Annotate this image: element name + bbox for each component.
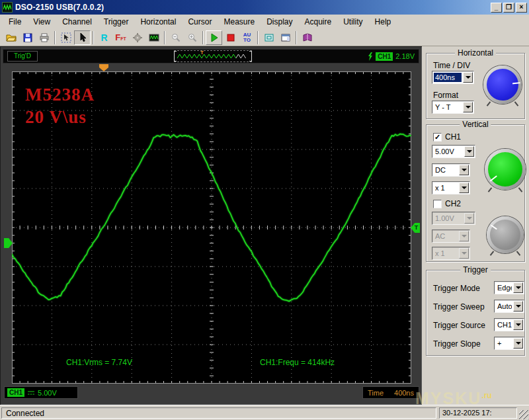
menu-measure[interactable]: Measure <box>218 16 261 28</box>
trigger-source-dropdown-button[interactable] <box>513 319 523 330</box>
waveform-view-button[interactable] <box>145 30 162 45</box>
time-div-value: 400ns <box>434 73 462 82</box>
refresh-r-button[interactable]: R <box>96 30 112 45</box>
horizontal-group-title: Horizontal <box>455 48 496 58</box>
fit-screen-icon <box>264 32 274 43</box>
ch1-probe-dropdown-button[interactable] <box>459 183 469 193</box>
trigger-slope-select[interactable]: + <box>494 337 524 350</box>
chevron-down-icon <box>516 342 521 345</box>
toolbar-separator <box>54 31 56 44</box>
trigger-source-select[interactable]: CH1 <box>494 318 524 331</box>
trigger-sweep-select[interactable]: Auto <box>494 300 524 313</box>
toolbar: R FFT AUTO <box>0 29 529 46</box>
fft-button[interactable]: FFT <box>112 30 129 45</box>
print-button[interactable] <box>36 30 52 45</box>
minimize-button[interactable]: _ <box>491 3 502 13</box>
trigger-sweep-dropdown-button[interactable] <box>513 301 523 312</box>
menu-trigger[interactable]: Trigger <box>98 16 135 28</box>
preview-left-bracket <box>174 51 177 62</box>
menu-channel[interactable]: Channel <box>56 16 98 28</box>
trigger-group: Trigger Trigger Mode Edge Trigger Sweep … <box>426 270 525 356</box>
vertical-group-title: Vertical <box>460 120 491 129</box>
menu-display[interactable]: Display <box>261 16 298 28</box>
close-button[interactable]: × <box>516 3 527 13</box>
trigger-mode-select[interactable]: Edge <box>494 281 524 294</box>
resize-grip[interactable] <box>519 410 528 419</box>
chevron-down-icon <box>462 252 467 255</box>
ch1-coupling-select[interactable]: DC <box>432 163 470 177</box>
acquisition-preview[interactable]: T <box>174 50 252 62</box>
maximize-button[interactable]: ❐ <box>503 3 514 13</box>
zoom-in-button[interactable] <box>184 30 200 45</box>
scope-status-strip: Trig'D T CH1 2.18V <box>3 49 419 63</box>
menu-view[interactable]: View <box>27 16 56 28</box>
ch1-checkbox[interactable]: ✓ <box>433 133 442 142</box>
menu-acquire[interactable]: Acquire <box>299 16 338 28</box>
waveform-plot[interactable]: M5238A 20 V\us CH1:Vrms = 7.74V CH1:Freq… <box>12 71 411 384</box>
format-label: Format <box>433 91 458 100</box>
ch2-checkbox[interactable] <box>433 200 442 208</box>
autoset-button[interactable]: AUTO <box>239 30 255 45</box>
time-div-select[interactable]: 400ns <box>432 71 474 84</box>
play-icon <box>209 32 220 43</box>
open-folder-icon <box>6 32 17 43</box>
timebase-readout: Time 400ns <box>362 386 419 399</box>
trigger-mode-value: Edge <box>496 283 512 292</box>
window-layout-button[interactable] <box>277 30 294 45</box>
chevron-down-icon <box>516 305 521 308</box>
save-icon <box>22 32 33 43</box>
time-div-label: Time / DIV <box>433 61 470 70</box>
toolbar-separator <box>296 31 297 44</box>
app-icon <box>2 2 13 13</box>
ch2-enable-row: CH2 <box>433 199 461 208</box>
trigger-level-value: 2.18V <box>395 52 415 60</box>
horizontal-position-knob[interactable] <box>483 65 522 104</box>
menu-cursor[interactable]: Cursor <box>182 16 218 28</box>
time-div-dropdown-button[interactable] <box>463 72 473 83</box>
format-select[interactable]: Y - T <box>432 101 474 114</box>
menu-utility[interactable]: Utility <box>337 16 368 28</box>
ch1-enable-row: ✓ CH1 <box>433 132 461 142</box>
help-book-icon <box>302 32 313 43</box>
time-value: 400ns <box>394 389 414 397</box>
menu-bar: File View Channel Trigger Horizontal Cur… <box>0 15 529 29</box>
ch1-label: CH1 <box>445 132 461 142</box>
trigger-position-marker[interactable] <box>99 64 108 71</box>
open-button[interactable] <box>3 30 19 45</box>
help-button[interactable] <box>299 30 315 45</box>
ch1-position-knob[interactable] <box>485 149 526 190</box>
annotation-line2: 20 V\us <box>25 107 87 128</box>
control-panel: Horizontal Time / DIV 400ns Format Y - T… <box>422 46 529 405</box>
chevron-down-icon <box>516 323 521 326</box>
ch2-position-knob[interactable] <box>487 216 524 253</box>
preview-right-bracket <box>249 51 252 62</box>
ch2-probe-value: x 1 <box>434 249 458 258</box>
zoom-out-button[interactable] <box>167 30 184 45</box>
trigger-mode-dropdown-button[interactable] <box>513 282 523 293</box>
ch1-probe-value: x 1 <box>434 183 458 192</box>
save-button[interactable] <box>19 30 36 45</box>
ch1-probe-select[interactable]: x 1 <box>432 181 470 194</box>
ch1-coupling-dropdown-button[interactable] <box>459 165 469 175</box>
arrow-cursor-button[interactable] <box>74 30 91 45</box>
fit-screen-button[interactable] <box>261 30 277 45</box>
ch1-volts-dropdown-button[interactable] <box>464 146 474 157</box>
toolbar-separator <box>93 31 94 44</box>
start-button[interactable] <box>206 30 222 45</box>
cursor-select-button[interactable] <box>58 30 74 45</box>
settings-button[interactable] <box>129 30 145 45</box>
menu-help[interactable]: Help <box>369 16 397 28</box>
ch1-volts-select[interactable]: 5.00V <box>432 145 475 158</box>
format-dropdown-button[interactable] <box>463 102 473 112</box>
stop-button[interactable] <box>222 30 239 45</box>
menu-file[interactable]: File <box>3 16 27 28</box>
chevron-down-icon <box>462 235 467 237</box>
menu-horizontal[interactable]: Horizontal <box>134 16 182 28</box>
arrow-cursor-icon <box>77 32 88 43</box>
preview-waveform <box>174 51 251 62</box>
time-label: Time <box>368 389 384 397</box>
trigger-level-marker[interactable]: T <box>411 223 420 233</box>
trigger-channel-badge: CH1 <box>376 52 393 61</box>
trigger-slope-dropdown-button[interactable] <box>513 338 523 349</box>
ch2-volts-value: 1.00V <box>434 214 463 223</box>
